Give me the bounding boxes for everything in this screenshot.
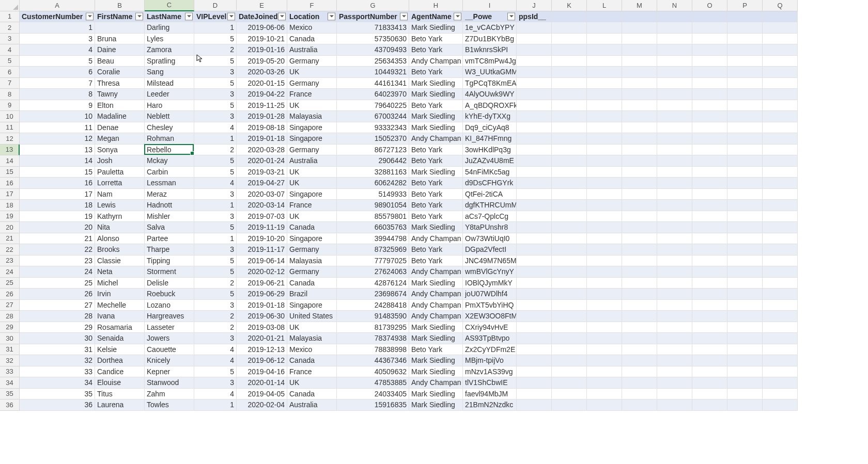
filter-dropdown-icon[interactable] <box>227 12 235 20</box>
cell-C30[interactable]: Jowers <box>145 333 194 344</box>
cell-Q2[interactable] <box>763 22 798 34</box>
cell-J26[interactable] <box>517 289 552 300</box>
row-header-7[interactable]: 7 <box>0 78 20 89</box>
cell-J21[interactable] <box>517 233 552 245</box>
cell-D12[interactable]: 1 <box>194 133 237 145</box>
cell-A28[interactable]: 28 <box>20 311 95 322</box>
cell-O15[interactable] <box>692 167 727 178</box>
cell-F34[interactable]: UK <box>287 377 337 389</box>
cell-J33[interactable] <box>517 366 552 378</box>
cell-K22[interactable] <box>552 244 587 255</box>
header-cell-J[interactable]: ppsId__ <box>517 11 552 23</box>
cell-A12[interactable]: 12 <box>20 133 95 145</box>
cell-A8[interactable]: 8 <box>20 89 95 100</box>
cell-E30[interactable]: 2020-01-21 <box>237 333 287 344</box>
cell-J25[interactable] <box>517 278 552 289</box>
cell-B24[interactable]: Neta <box>95 266 145 278</box>
cell-A2[interactable]: 1 <box>20 22 95 34</box>
cell-I30[interactable]: AS93TpBtvpo <box>463 333 517 344</box>
cell-E16[interactable]: 2019-04-27 <box>237 178 287 189</box>
cell-H21[interactable]: Andy Champan <box>409 233 463 245</box>
row-header-35[interactable]: 35 <box>0 389 20 400</box>
cell-K17[interactable] <box>552 189 587 200</box>
cell-Q25[interactable] <box>763 278 798 289</box>
cell-D6[interactable]: 3 <box>194 67 237 78</box>
cell-J13[interactable] <box>517 145 552 156</box>
cell-B28[interactable]: Ivana <box>95 311 145 322</box>
cell-Q19[interactable] <box>763 211 798 222</box>
cell-N32[interactable] <box>657 355 692 366</box>
cell-M24[interactable] <box>622 266 657 278</box>
cell-H25[interactable]: Mark Siedling <box>409 278 463 289</box>
cell-D16[interactable]: 4 <box>194 178 237 189</box>
cell-C35[interactable]: Zahm <box>145 389 194 400</box>
cell-Q28[interactable] <box>763 311 798 322</box>
cell-F23[interactable]: Malayasia <box>287 255 337 267</box>
cell-P35[interactable] <box>727 389 763 400</box>
cell-P36[interactable] <box>727 399 763 411</box>
cell-J32[interactable] <box>517 355 552 366</box>
row-header-29[interactable]: 29 <box>0 322 20 333</box>
cell-B26[interactable]: Irvin <box>95 289 145 300</box>
cell-P27[interactable] <box>727 300 763 311</box>
cell-L27[interactable] <box>587 300 622 311</box>
cell-A4[interactable]: 4 <box>20 44 95 56</box>
row-header-13[interactable]: 13 <box>0 145 20 156</box>
col-header-P[interactable]: P <box>727 0 763 11</box>
cell-N26[interactable] <box>657 289 692 300</box>
cell-K14[interactable] <box>552 155 587 167</box>
cell-H27[interactable]: Andy Champan <box>409 300 463 311</box>
cell-L3[interactable] <box>587 34 622 45</box>
cell-I36[interactable]: 21BmN2Nzdkc <box>463 399 517 411</box>
header-cell-F[interactable]: Location <box>287 11 337 23</box>
cell-C29[interactable]: Lasseter <box>145 322 194 333</box>
cell-Q35[interactable] <box>763 389 798 400</box>
cell-M29[interactable] <box>622 322 657 333</box>
cell-L12[interactable] <box>587 133 622 145</box>
cell-D34[interactable]: 3 <box>194 377 237 389</box>
cell-J17[interactable] <box>517 189 552 200</box>
cell-I10[interactable]: kYhE-dyTXXg <box>463 111 517 122</box>
cell-C31[interactable]: Caouette <box>145 344 194 356</box>
cell-K5[interactable] <box>552 56 587 67</box>
cell-D3[interactable]: 5 <box>194 34 237 45</box>
col-header-Q[interactable]: Q <box>763 0 798 11</box>
cell-D33[interactable]: 5 <box>194 366 237 378</box>
row-header-33[interactable]: 33 <box>0 366 20 378</box>
cell-F19[interactable]: UK <box>287 211 337 222</box>
cell-I5[interactable]: vmTC8mPw4Jg <box>463 56 517 67</box>
cell-O9[interactable] <box>692 100 727 111</box>
cell-E35[interactable]: 2019-04-05 <box>237 389 287 400</box>
cell-E15[interactable]: 2019-03-21 <box>237 167 287 178</box>
cell-K20[interactable] <box>552 222 587 233</box>
cell-Q34[interactable] <box>763 377 798 389</box>
cell-D32[interactable]: 4 <box>194 355 237 366</box>
cell-O2[interactable] <box>692 22 727 34</box>
cell-J12[interactable] <box>517 133 552 145</box>
cell-Q10[interactable] <box>763 111 798 122</box>
cell-G13[interactable]: 86727123 <box>337 145 409 156</box>
cell-M8[interactable] <box>622 89 657 100</box>
cell-O6[interactable] <box>692 67 727 78</box>
col-header-L[interactable]: L <box>587 0 622 11</box>
row-header-24[interactable]: 24 <box>0 266 20 278</box>
cell-A20[interactable]: 20 <box>20 222 95 233</box>
cell-H15[interactable]: Mark Siedling <box>409 167 463 178</box>
cell-J18[interactable] <box>517 200 552 211</box>
cell-C2[interactable]: Darling <box>145 22 194 34</box>
cell-C4[interactable]: Zamora <box>145 44 194 56</box>
cell-O17[interactable] <box>692 189 727 200</box>
cell-M7[interactable] <box>622 78 657 89</box>
cell-Q9[interactable] <box>763 100 798 111</box>
cell-O23[interactable] <box>692 255 727 267</box>
filter-dropdown-icon[interactable] <box>135 12 143 20</box>
col-header-O[interactable]: O <box>692 0 727 11</box>
cell-I2[interactable]: 1e_vCACbYPY <box>463 22 517 34</box>
cell-N14[interactable] <box>657 155 692 167</box>
cell-K4[interactable] <box>552 44 587 56</box>
cell-H23[interactable]: Beto Yark <box>409 255 463 267</box>
cell-B20[interactable]: Nita <box>95 222 145 233</box>
col-header-B[interactable]: B <box>95 0 145 11</box>
cell-A21[interactable]: 21 <box>20 233 95 245</box>
cell-Q6[interactable] <box>763 67 798 78</box>
